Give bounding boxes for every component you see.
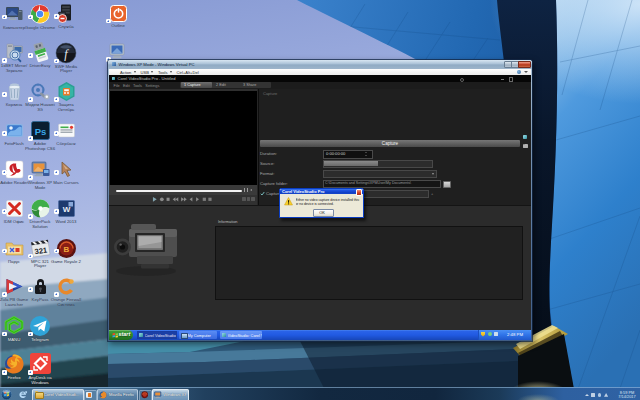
- svg-text:321: 321: [34, 245, 48, 256]
- svg-text:Ps: Ps: [34, 126, 46, 137]
- svg-text:B: B: [63, 245, 69, 254]
